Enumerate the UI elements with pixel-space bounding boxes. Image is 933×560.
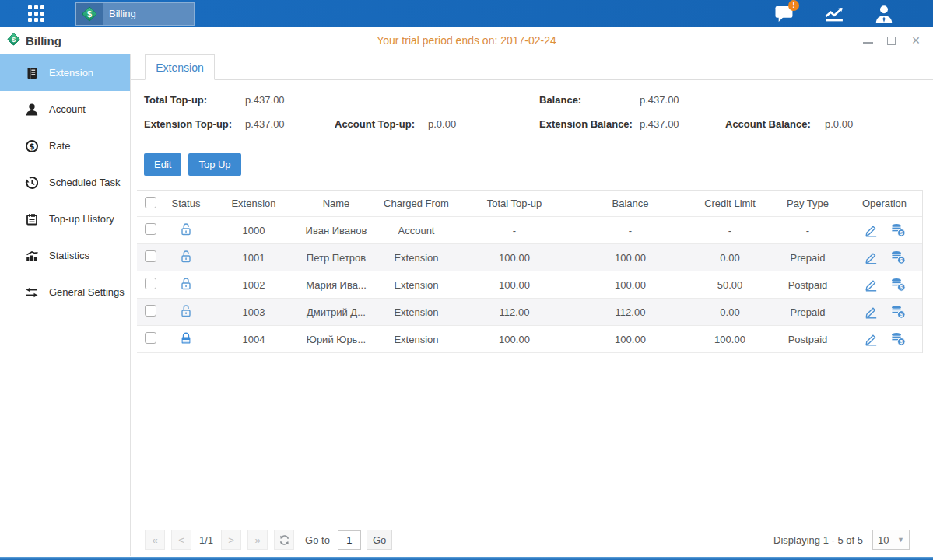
svg-text:$: $ bbox=[900, 230, 903, 236]
cell-name: Юрий Юрь... bbox=[299, 334, 374, 345]
cell-charged-from: Extension bbox=[374, 252, 459, 264]
cell-balance: 100.00 bbox=[570, 334, 691, 345]
refresh-button[interactable] bbox=[274, 530, 294, 550]
sidebar-item-label: Top-up History bbox=[49, 213, 114, 225]
select-all-checkbox[interactable] bbox=[145, 197, 156, 208]
sidebar-item-label: General Settings bbox=[49, 286, 125, 298]
taskbar-tab-billing[interactable]: $ Billing bbox=[75, 2, 195, 26]
minimize-icon[interactable] bbox=[863, 37, 873, 44]
cell-extension: 1002 bbox=[209, 279, 299, 291]
table-row: 1000 Иван Иванов Account - - - - $ bbox=[137, 217, 922, 244]
first-page-button[interactable]: « bbox=[145, 530, 165, 550]
cell-balance: 100.00 bbox=[570, 279, 691, 291]
table-header-row: Status Extension Name Charged From Total… bbox=[137, 190, 922, 217]
sidebar-item-label: Statistics bbox=[49, 250, 89, 261]
cell-total-top-up: 100.00 bbox=[459, 252, 570, 264]
top-up-row-icon[interactable]: $ bbox=[890, 223, 906, 237]
status-unlocked-icon bbox=[163, 250, 209, 266]
window-title: Billing bbox=[26, 34, 61, 47]
summary-account-top-up: Account Top-up: p.0.00 bbox=[335, 118, 415, 130]
extensions-table: Status Extension Name Charged From Total… bbox=[137, 190, 923, 353]
displaying-text: Displaying 1 - 5 of 5 bbox=[773, 534, 863, 546]
edit-button[interactable]: Edit bbox=[144, 153, 181, 176]
col-status: Status bbox=[163, 198, 209, 209]
sidebar-item-top-up-history[interactable]: Top-up History bbox=[0, 201, 130, 237]
main-panel: Extension Total Top-up: p.437.00 Balance… bbox=[131, 54, 933, 556]
cell-total-top-up: 100.00 bbox=[459, 334, 570, 345]
cell-extension: 1003 bbox=[209, 306, 299, 318]
goto-label: Go to bbox=[305, 534, 330, 546]
messages-icon[interactable]: ! bbox=[773, 5, 796, 23]
col-name: Name bbox=[299, 198, 374, 209]
row-checkbox[interactable] bbox=[145, 223, 156, 235]
col-charged-from: Charged From bbox=[374, 198, 459, 209]
page-size-value: 10 bbox=[878, 534, 889, 546]
svg-text:$: $ bbox=[900, 285, 903, 291]
edit-row-icon[interactable] bbox=[864, 250, 879, 264]
cell-total-top-up: - bbox=[459, 225, 570, 236]
close-icon[interactable]: × bbox=[910, 34, 922, 47]
notification-badge: ! bbox=[788, 0, 799, 11]
top-up-row-icon[interactable]: $ bbox=[890, 305, 906, 319]
tab-extension[interactable]: Extension bbox=[145, 54, 215, 80]
top-up-row-icon[interactable]: $ bbox=[890, 332, 906, 346]
cell-charged-from: Extension bbox=[374, 306, 459, 318]
desktop-bottom-edge bbox=[0, 557, 933, 560]
apps-grid-icon[interactable] bbox=[28, 5, 44, 22]
prev-page-button[interactable]: < bbox=[171, 530, 191, 550]
row-checkbox[interactable] bbox=[145, 278, 156, 289]
bar-chart-icon bbox=[25, 249, 39, 263]
summary-total-top-up: Total Top-up: p.437.00 bbox=[144, 94, 207, 106]
last-page-button[interactable]: » bbox=[247, 530, 268, 550]
top-up-button[interactable]: Top Up bbox=[188, 153, 240, 176]
sidebar-item-general-settings[interactable]: General Settings bbox=[0, 274, 130, 310]
cell-charged-from: Account bbox=[374, 225, 459, 236]
svg-text:$: $ bbox=[87, 9, 93, 18]
cell-charged-from: Extension bbox=[374, 334, 459, 345]
row-checkbox[interactable] bbox=[145, 332, 156, 344]
cell-total-top-up: 112.00 bbox=[459, 306, 570, 318]
table-row: 1004 Юрий Юрь... Extension 100.00 100.00… bbox=[137, 326, 922, 353]
top-up-row-icon[interactable]: $ bbox=[890, 278, 906, 292]
edit-row-icon[interactable] bbox=[864, 332, 879, 346]
row-checkbox[interactable] bbox=[145, 305, 156, 317]
sidebar-item-scheduled-task[interactable]: Scheduled Task bbox=[0, 164, 130, 201]
cell-extension: 1000 bbox=[209, 225, 299, 236]
cell-credit-limit: 0.00 bbox=[691, 252, 769, 264]
go-button[interactable]: Go bbox=[367, 530, 392, 550]
dollar-circle-icon: $ bbox=[25, 139, 39, 153]
page-size-select[interactable]: 10 ▼ bbox=[872, 530, 910, 550]
table-row: 1001 Петр Петров Extension 100.00 100.00… bbox=[137, 244, 922, 271]
goto-page-input[interactable] bbox=[338, 530, 361, 550]
taskbar-tab-label: Billing bbox=[103, 3, 136, 25]
cell-name: Дмитрий Д... bbox=[299, 306, 374, 318]
edit-row-icon[interactable] bbox=[864, 305, 879, 319]
maximize-icon[interactable] bbox=[887, 37, 896, 45]
cell-credit-limit: 50.00 bbox=[691, 279, 769, 291]
sidebar-item-extension[interactable]: Extension bbox=[0, 54, 130, 91]
refresh-icon bbox=[279, 534, 290, 546]
status-locked-icon bbox=[163, 331, 209, 348]
ledger-icon bbox=[25, 66, 39, 80]
transfer-arrows-icon bbox=[25, 285, 39, 299]
sidebar-item-rate[interactable]: $ Rate bbox=[0, 128, 130, 164]
row-checkbox[interactable] bbox=[145, 250, 156, 262]
cell-name: Иван Иванов bbox=[299, 225, 374, 236]
notepad-icon bbox=[25, 212, 39, 226]
next-page-button[interactable]: > bbox=[221, 530, 241, 550]
top-up-row-icon[interactable]: $ bbox=[890, 250, 906, 264]
sidebar-item-account[interactable]: Account bbox=[0, 91, 130, 128]
col-operation: Operation bbox=[847, 198, 922, 209]
cell-pay-type: Postpaid bbox=[769, 279, 847, 291]
person-icon bbox=[25, 103, 39, 117]
chart-monitor-icon[interactable] bbox=[823, 5, 846, 23]
page-indicator: 1/1 bbox=[199, 534, 213, 546]
user-account-icon[interactable] bbox=[872, 5, 896, 23]
system-topbar: $ Billing ! bbox=[0, 0, 933, 27]
desktop: $ Billing ! bbox=[0, 0, 933, 560]
edit-row-icon[interactable] bbox=[864, 223, 879, 237]
sidebar-item-statistics[interactable]: Statistics bbox=[0, 237, 130, 274]
edit-row-icon[interactable] bbox=[864, 278, 879, 292]
sidebar-item-label: Extension bbox=[49, 67, 93, 79]
status-unlocked-icon bbox=[163, 277, 209, 293]
